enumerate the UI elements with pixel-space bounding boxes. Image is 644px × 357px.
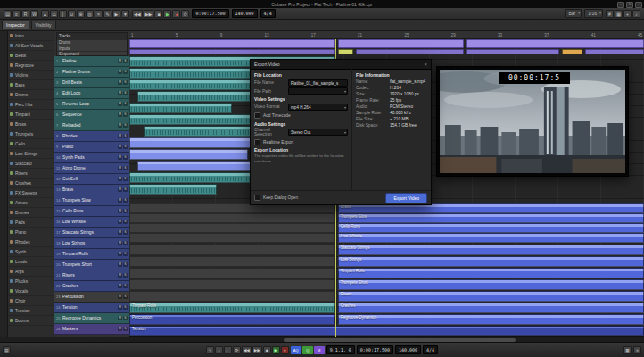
minimize-button[interactable]: – [617, 2, 624, 8]
keep-dialog-open-checkbox[interactable] [254, 195, 260, 201]
mute-button[interactable]: M [118, 145, 122, 149]
clip[interactable] [129, 268, 335, 278]
track-header[interactable]: 17Staccato StringsMS [54, 228, 129, 238]
color-tool[interactable]: ▼ [121, 10, 129, 18]
solo-button[interactable]: S [123, 198, 128, 203]
track-header[interactable]: 22CrashesMS [54, 281, 129, 292]
solo-button[interactable]: S [123, 273, 128, 278]
solo-button[interactable]: S [123, 187, 128, 192]
workspace-icon[interactable]: ▤ [4, 10, 12, 18]
draw-tool[interactable]: ✎ [103, 10, 111, 18]
solo-button[interactable]: S [123, 70, 128, 74]
track-header[interactable]: 1FlatlineMS [54, 56, 129, 67]
grid-icon[interactable]: ▦ [615, 10, 623, 18]
mute-button[interactable]: M [118, 187, 122, 192]
read-automation-icon[interactable]: R [21, 10, 29, 18]
mute-button[interactable]: M [118, 273, 122, 278]
clip[interactable]: Risers [338, 291, 644, 302]
add-timecode-checkbox[interactable] [254, 112, 260, 119]
mute-button[interactable]: M [118, 252, 122, 256]
panel-toggle-icon[interactable]: ▤ [3, 346, 11, 354]
media-list-item[interactable]: Low Strings [8, 149, 54, 159]
clip[interactable] [129, 68, 268, 79]
zoom-tool[interactable]: ◎ [86, 10, 94, 18]
track-header[interactable]: 21RisersMS [54, 270, 129, 281]
clip[interactable] [338, 39, 464, 48]
media-list-item[interactable]: Plucks [8, 277, 54, 286]
quantize-chip[interactable]: Q [302, 346, 313, 354]
cycle-button[interactable]: ⟳ [233, 346, 241, 354]
mute-button[interactable]: M [118, 91, 122, 95]
media-list-item[interactable]: Synth [8, 247, 54, 257]
close-button[interactable]: × [635, 2, 642, 8]
mute-button[interactable]: M [118, 327, 122, 331]
solo-button[interactable]: S [123, 220, 128, 224]
media-list-item[interactable]: Beats [8, 51, 54, 61]
media-list-item[interactable]: Drums [8, 90, 54, 100]
clip[interactable] [338, 49, 353, 54]
keyboard-focus-icon[interactable]: ▦ [623, 346, 632, 354]
solo-button[interactable]: S [123, 327, 128, 331]
clip[interactable]: Tension [129, 326, 644, 336]
solo-button[interactable]: S [123, 123, 128, 128]
solo-button[interactable]: S [123, 166, 128, 170]
split-tool[interactable]: | [59, 10, 67, 18]
mute-button[interactable]: M [118, 316, 122, 320]
media-list-item[interactable]: Vocals [8, 286, 54, 296]
mute-tool[interactable]: × [95, 10, 103, 18]
track-header[interactable]: 19Timpani RollsMS [54, 249, 129, 260]
record-button[interactable]: ● [281, 346, 289, 354]
solo-button[interactable]: S [123, 209, 128, 213]
media-list-item[interactable]: FX Sweeps [8, 188, 54, 198]
media-list-item[interactable]: Piano [8, 228, 54, 237]
clip[interactable] [129, 256, 335, 267]
track-header[interactable]: 10Synth PadsMS [54, 153, 129, 163]
rewind-button[interactable]: ◀◀ [242, 346, 252, 354]
track-header[interactable]: 13BrassMS [54, 185, 129, 195]
media-list-item[interactable]: Arps [8, 267, 54, 277]
channel-selection-dropdown[interactable]: Stereo Out [288, 129, 348, 136]
solo-button[interactable]: S [123, 59, 128, 63]
clip[interactable] [129, 103, 232, 113]
media-list-item[interactable]: Timpani [8, 110, 54, 120]
solo-button[interactable]: S [123, 262, 128, 267]
clip[interactable] [585, 49, 644, 54]
mute-button[interactable]: M [118, 70, 122, 74]
clip[interactable] [129, 149, 248, 160]
mute-button[interactable]: M [118, 209, 122, 213]
click-button[interactable]: ♪ [215, 346, 223, 354]
solo-button[interactable]: S [123, 230, 128, 235]
track-header[interactable]: 9PianoMS [54, 142, 129, 153]
tab-visibility[interactable]: Visibility [31, 21, 56, 29]
mute-button[interactable]: M [118, 262, 122, 267]
midi-chip[interactable]: M [314, 346, 325, 354]
media-list-item[interactable]: Bass [8, 80, 54, 90]
range-selection-tool[interactable]: ▭ [50, 10, 58, 18]
play-button[interactable]: ▶ [272, 346, 280, 354]
mute-button[interactable]: M [118, 295, 122, 299]
media-list-item[interactable]: Trumpets [8, 129, 54, 139]
media-list-item[interactable]: Regroove [8, 61, 54, 71]
media-list-item[interactable]: Intro [8, 31, 54, 41]
solo-button[interactable]: S [123, 155, 128, 160]
solo-button[interactable]: S [123, 252, 128, 256]
clip[interactable] [129, 184, 217, 195]
media-list-item[interactable]: Tension [8, 306, 54, 316]
track-header[interactable]: 8RhodesMS [54, 131, 129, 142]
clip[interactable] [129, 223, 335, 233]
mute-button[interactable]: M [118, 166, 122, 170]
media-list-item[interactable]: Staccato [8, 159, 54, 169]
auto-quantize-chip[interactable]: AQ [291, 346, 301, 354]
forward-button[interactable]: ▶▶ [144, 10, 154, 18]
clip[interactable]: Trumpets Short [338, 279, 644, 290]
tab-inspector[interactable]: Inspector [2, 21, 29, 29]
media-list-item[interactable]: Brass [8, 120, 54, 129]
solo-button[interactable]: S [123, 177, 128, 181]
media-list-item[interactable]: Perc Hits [8, 100, 54, 110]
media-list-item[interactable]: Leads [8, 257, 54, 267]
track-header[interactable]: 12Cut SelfMS [54, 174, 129, 185]
clip[interactable] [129, 291, 335, 302]
mute-button[interactable]: M [118, 198, 122, 203]
solo-button[interactable]: S [123, 295, 128, 299]
mute-button[interactable]: M [118, 134, 122, 138]
